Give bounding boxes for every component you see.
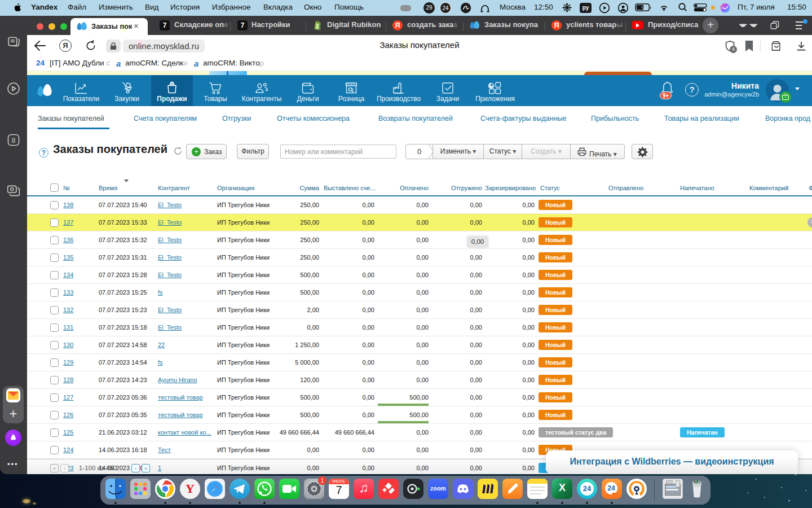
svg-text:8: 8 xyxy=(12,137,16,144)
